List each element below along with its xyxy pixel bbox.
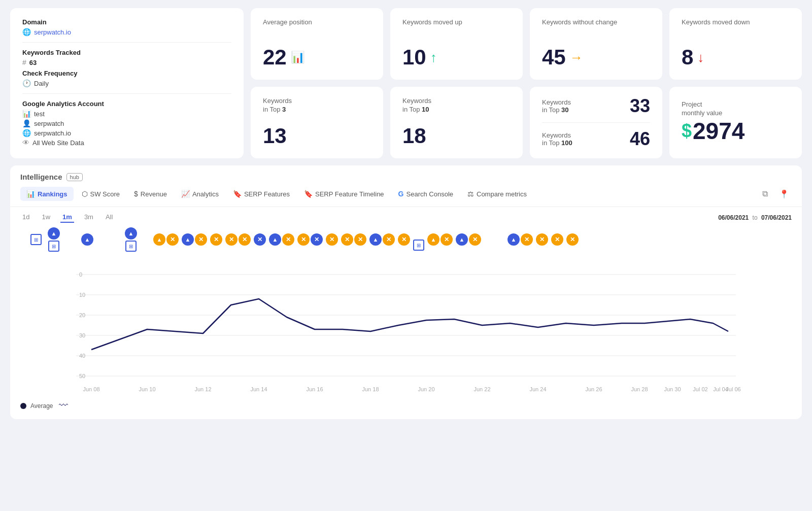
bookmark-icon-4[interactable]: ⊞: [413, 240, 424, 251]
x-orange-8[interactable]: ✕: [326, 233, 338, 246]
x-orange-4[interactable]: ✕: [225, 233, 238, 246]
stat-monthly-value: Projectmonthly value $ 2974: [669, 87, 802, 158]
dollar-sign: $: [682, 120, 692, 142]
x-blue-2[interactable]: ✕: [311, 233, 323, 246]
triangle-blue-7[interactable]: ▲: [456, 233, 468, 246]
check-freq-row: 🕐 Daily: [22, 79, 231, 87]
x-orange-12[interactable]: ✕: [398, 233, 410, 246]
avg-position-value: 22 📊: [263, 45, 371, 70]
intel-title: Intelligence: [20, 173, 62, 181]
x-orange-18[interactable]: ✕: [566, 233, 579, 246]
chart-legend: Average 〰: [20, 396, 792, 411]
tab-serp-features-label: SERP Features: [244, 190, 290, 198]
svg-text:Jun 08: Jun 08: [83, 386, 99, 392]
avg-position-label: Average position: [263, 18, 371, 27]
revenue-icon: $: [134, 190, 138, 198]
stat-keywords-nochange: Keywords without change 45 →: [530, 8, 662, 80]
user-icon: 👤: [22, 119, 31, 127]
mixed-cluster-3: ✕ ✕: [341, 233, 366, 246]
triangle-blue-5[interactable]: ▲: [269, 233, 281, 246]
x-orange-15[interactable]: ✕: [521, 233, 533, 246]
x-orange-6[interactable]: ✕: [282, 233, 294, 246]
svg-text:30: 30: [79, 332, 85, 338]
x-orange-5[interactable]: ✕: [239, 233, 251, 246]
x-orange-1[interactable]: ✕: [166, 233, 179, 246]
copy-action-btn[interactable]: ⧉: [757, 186, 772, 201]
x-orange-13[interactable]: ✕: [441, 233, 453, 246]
keywords-nochange-value: 45 →: [542, 45, 650, 70]
keywords-tracked-value: 63: [29, 59, 37, 66]
x-orange-9[interactable]: ✕: [341, 233, 353, 246]
mixed-cluster-5: ▲ ✕: [427, 233, 453, 246]
marker-group-1: ⊞: [30, 234, 42, 245]
tab-rankings[interactable]: 📊 Rankings: [20, 187, 74, 201]
stat-keywords-down: Keywords moved down 8 ↓: [669, 8, 802, 80]
date-range: 06/06/2021 to 07/06/2021: [718, 214, 792, 221]
svg-text:Jun 22: Jun 22: [473, 386, 490, 392]
triangle-orange-2[interactable]: ▲: [427, 233, 439, 246]
x-orange-7[interactable]: ✕: [297, 233, 310, 246]
time-1d[interactable]: 1d: [20, 212, 31, 223]
chart-svg: 0 10 20 30 40 50 Jun 08 Jun 10 Jun 12 Ju…: [20, 254, 792, 396]
triangle-orange-1[interactable]: ▲: [153, 233, 165, 246]
monthly-value-display: $ 2974: [682, 117, 745, 145]
mixed-cluster-6: ▲ ✕: [456, 233, 481, 246]
stat-top30-100: Keywordsin Top 30 33 Keywordsin Top 100 …: [530, 87, 662, 158]
svg-text:20: 20: [79, 312, 85, 318]
bookmark-icon-1[interactable]: ⊞: [30, 234, 42, 245]
pin-action-btn[interactable]: 📍: [776, 186, 792, 201]
mixed-cluster-7: ▲ ✕: [507, 233, 533, 246]
triangle-blue-4[interactable]: ▲: [182, 233, 194, 246]
ga-eye-row: 👁 All Web Site Data: [22, 139, 231, 147]
legend-wave-icon: 〰: [59, 400, 68, 411]
x-orange-16[interactable]: ✕: [536, 233, 548, 246]
x-blue-1[interactable]: ✕: [254, 233, 266, 246]
tab-sw-score[interactable]: ⬡ SW Score: [76, 187, 126, 201]
tab-revenue[interactable]: $ Revenue: [128, 187, 173, 201]
ga-label: Google Analytics Account: [22, 100, 231, 108]
triangle-blue-1[interactable]: ▲: [48, 227, 60, 240]
triangle-blue-2[interactable]: ▲: [81, 233, 93, 246]
tab-search-console-label: Search Console: [407, 190, 454, 198]
tab-serp-features[interactable]: 🔖 SERP Features: [227, 187, 296, 201]
serp-features-icon: 🔖: [233, 190, 242, 198]
keywords-up-label: Keywords moved up: [402, 18, 511, 27]
svg-text:Jun 26: Jun 26: [585, 386, 602, 392]
check-freq-value: Daily: [34, 80, 49, 87]
x-orange-3[interactable]: ✕: [210, 233, 222, 246]
chart-line: [91, 299, 728, 350]
x-orange-11[interactable]: ✕: [383, 233, 395, 246]
bookmark-icon-2[interactable]: ⊞: [48, 241, 59, 252]
tab-search-console[interactable]: G Search Console: [392, 187, 459, 201]
tab-analytics[interactable]: 📈 Analytics: [175, 187, 225, 201]
top100-row: Keywordsin Top 100 46: [542, 128, 650, 150]
time-all[interactable]: All: [104, 212, 115, 223]
chart-controls: 1d 1w 1m 3m All 06/06/2021 to 07/06/2021: [20, 212, 792, 223]
tab-analytics-label: Analytics: [192, 190, 219, 198]
x-orange-14[interactable]: ✕: [469, 233, 481, 246]
time-1w[interactable]: 1w: [40, 212, 52, 223]
tabs-bar: 📊 Rankings ⬡ SW Score $ Revenue 📈 Analyt…: [10, 181, 802, 207]
tab-serp-timeline[interactable]: 🔖 SERP Feature Timeline: [298, 187, 390, 201]
orange-cluster-3: ✕ ✕: [225, 233, 251, 246]
bookmark-icon-3[interactable]: ⊞: [125, 241, 137, 252]
info-card: Domain 🌐 serpwatch.io Keywords Tracked #…: [10, 8, 244, 158]
tab-compare-metrics[interactable]: ⚖ Compare metrics: [461, 187, 533, 201]
svg-text:10: 10: [79, 292, 85, 298]
time-1m[interactable]: 1m: [60, 212, 74, 223]
intel-header: Intelligence hub: [10, 165, 802, 181]
keywords-up-value: 10 ↑: [402, 45, 511, 70]
x-orange-10[interactable]: ✕: [354, 233, 366, 246]
triangle-blue-8[interactable]: ▲: [507, 233, 520, 246]
svg-text:Jun 12: Jun 12: [194, 386, 211, 392]
search-console-icon: G: [398, 190, 404, 198]
svg-text:Jun 30: Jun 30: [664, 386, 681, 392]
triangle-blue-6[interactable]: ▲: [369, 233, 382, 246]
x-orange-17[interactable]: ✕: [551, 233, 563, 246]
x-orange-2[interactable]: ✕: [195, 233, 207, 246]
arrow-up-icon: ↑: [430, 50, 437, 65]
chart-svg-wrapper: 0 10 20 30 40 50 Jun 08 Jun 10 Jun 12 Ju…: [20, 254, 792, 396]
clock-icon: 🕐: [22, 79, 31, 87]
time-3m[interactable]: 3m: [82, 212, 95, 223]
triangle-blue-3[interactable]: ▲: [125, 227, 137, 240]
